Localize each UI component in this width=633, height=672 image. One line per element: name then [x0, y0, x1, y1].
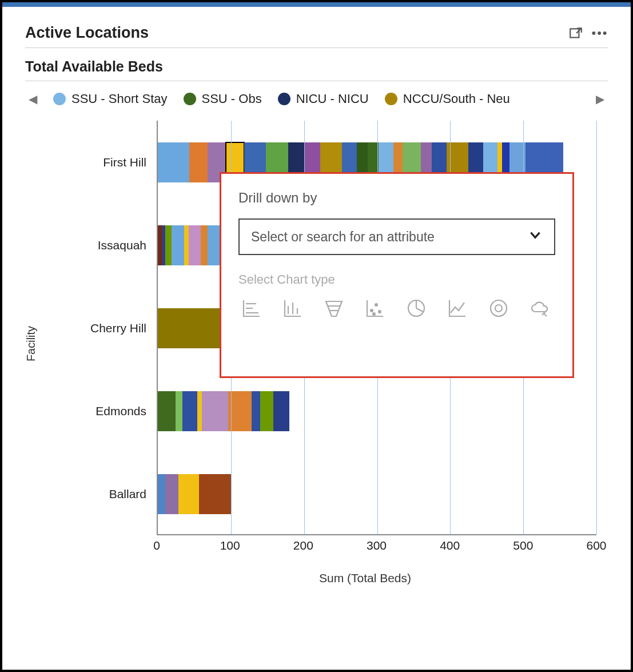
chart-card-frame: Active Locations ••• Total Available Bed… [0, 0, 633, 672]
svg-point-2 [375, 304, 377, 306]
drill-down-attribute-select[interactable]: Select or search for an attribute [238, 218, 555, 255]
legend-label: NICU - NICU [296, 92, 369, 106]
x-tick-label: 600 [586, 539, 606, 552]
bar-segment[interactable] [202, 391, 228, 431]
x-tick-label: 100 [220, 539, 240, 552]
category-label: Edmonds [95, 404, 146, 418]
chevron-down-icon [528, 228, 543, 246]
card-title: Active Locations [25, 24, 149, 42]
legend-item[interactable]: NICU - NICU [278, 92, 369, 106]
legend-scroll-left[interactable]: ◀ [25, 92, 41, 106]
category-label: First Hill [103, 156, 146, 169]
bar-segment[interactable] [199, 474, 231, 514]
bar-segment[interactable] [208, 225, 220, 265]
chart-type-label: Select Chart type [238, 272, 555, 287]
bar-edmonds[interactable] [158, 391, 289, 431]
bar-segment[interactable] [189, 142, 208, 182]
chart-type-scatter-icon[interactable] [362, 295, 388, 321]
legend-swatch [385, 93, 397, 105]
chart-type-line-icon[interactable] [444, 295, 471, 321]
legend: ◀ SSU - Short StaySSU - ObsNICU - NICUNC… [25, 92, 608, 106]
chart-title: Total Available Beds [25, 58, 608, 81]
svg-point-7 [495, 305, 502, 312]
category-label: Cherry Hill [90, 321, 146, 335]
bar-segment[interactable] [158, 391, 176, 431]
x-tick-label: 0 [153, 539, 160, 552]
chart-card: Active Locations ••• Total Available Bed… [2, 7, 631, 585]
bar-segment[interactable] [184, 225, 189, 265]
bar-segment[interactable] [176, 391, 183, 431]
x-tick-label: 200 [293, 539, 313, 552]
card-action-icons: ••• [568, 25, 608, 41]
bar-segment[interactable] [158, 142, 189, 182]
bar-segment[interactable] [197, 391, 202, 431]
chart-type-cloud-icon[interactable] [527, 295, 553, 321]
bar-ballard[interactable] [158, 474, 231, 514]
legend-swatch [278, 93, 290, 105]
legend-label: NCCU/South - Neu [403, 92, 510, 106]
chart-type-bar-v-icon[interactable] [280, 295, 306, 321]
chart-type-donut-icon[interactable] [485, 295, 512, 321]
legend-scroll-right[interactable]: ▶ [592, 92, 608, 106]
bar-segment[interactable] [158, 225, 162, 265]
legend-label: SSU - Short Stay [71, 92, 168, 106]
bar-segment[interactable] [172, 225, 184, 265]
chart-type-row [238, 295, 555, 321]
bar-segment[interactable] [182, 391, 197, 431]
legend-label: SSU - Obs [202, 92, 262, 106]
drill-down-popup: Drill down by Select or search for an at… [220, 172, 574, 378]
bar-segment[interactable] [165, 474, 178, 514]
drill-down-title: Drill down by [238, 190, 555, 206]
bar-segment[interactable] [273, 391, 289, 431]
card-header: Active Locations ••• [25, 24, 608, 48]
bar-segment[interactable] [165, 225, 172, 265]
more-options-icon[interactable]: ••• [592, 25, 608, 41]
x-axis-title: Sum (Total Beds) [134, 571, 596, 585]
legend-swatch [53, 93, 66, 105]
category-label: Issaquah [98, 238, 146, 252]
x-tick-label: 400 [440, 539, 460, 552]
legend-item[interactable]: SSU - Short Stay [53, 92, 168, 106]
svg-point-4 [373, 313, 375, 315]
x-tick-label: 500 [513, 539, 533, 552]
chart-type-funnel-icon[interactable] [321, 295, 347, 321]
drill-down-placeholder: Select or search for an attribute [251, 229, 435, 245]
category-label: Ballard [109, 487, 146, 501]
chart-type-pie-icon[interactable] [403, 295, 429, 321]
svg-point-3 [379, 311, 381, 313]
legend-item[interactable]: NCCU/South - Neu [385, 92, 510, 106]
svg-point-1 [371, 309, 373, 312]
chart-plot-area: Facility First HillIssaquahCherry HillEd… [48, 121, 608, 567]
legend-item[interactable]: SSU - Obs [184, 92, 262, 106]
bar-segment[interactable] [158, 474, 165, 514]
legend-swatch [184, 93, 196, 105]
bar-segment[interactable] [201, 225, 208, 265]
x-tick-label: 300 [367, 539, 387, 552]
expand-icon[interactable] [568, 25, 584, 41]
y-axis-title: Facility [25, 326, 38, 361]
bar-segment[interactable] [189, 225, 201, 265]
chart-type-bar-h-icon[interactable] [238, 295, 265, 321]
bar-segment[interactable] [252, 391, 260, 431]
bar-segment[interactable] [260, 391, 273, 431]
top-accent-bar [2, 2, 631, 7]
bar-segment[interactable] [178, 474, 199, 514]
svg-rect-0 [570, 29, 579, 37]
svg-point-6 [491, 300, 507, 316]
